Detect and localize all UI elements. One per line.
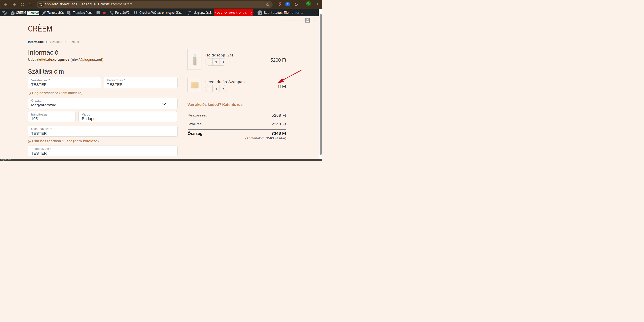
svg-text:文: 文 [69,13,71,15]
svg-text:y: y [97,11,99,14]
